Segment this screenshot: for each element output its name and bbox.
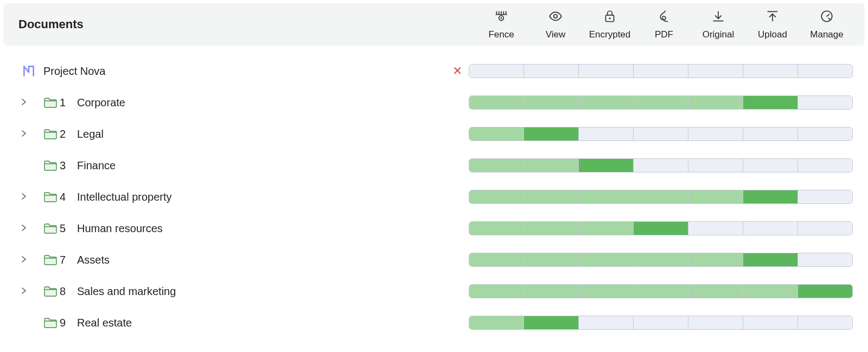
perm-cell[interactable] xyxy=(798,316,852,329)
perm-cell[interactable] xyxy=(524,253,579,266)
perm-cell[interactable] xyxy=(688,253,743,266)
folder-row[interactable]: 5Human resources xyxy=(17,213,853,244)
expander[interactable] xyxy=(17,130,30,138)
perm-cell[interactable] xyxy=(743,159,798,172)
perm-cell[interactable] xyxy=(798,127,852,140)
permissions-grid[interactable] xyxy=(469,127,853,141)
perm-cell[interactable] xyxy=(798,65,852,78)
perm-cell[interactable] xyxy=(798,222,852,235)
perm-cell[interactable] xyxy=(469,127,524,140)
perm-cell[interactable] xyxy=(579,190,634,203)
perm-cell[interactable] xyxy=(524,159,579,172)
perm-cell[interactable] xyxy=(688,316,743,329)
perm-cell[interactable] xyxy=(688,127,743,140)
perm-cell[interactable] xyxy=(579,65,634,78)
permissions-grid-root[interactable] xyxy=(469,64,853,78)
perm-cell[interactable] xyxy=(469,190,524,203)
project-root-row[interactable]: Project Nova ✕ xyxy=(17,55,853,87)
perm-cell[interactable] xyxy=(524,316,579,329)
perm-cell[interactable] xyxy=(743,253,798,266)
permissions-grid[interactable] xyxy=(469,158,853,172)
encrypted-action[interactable]: Encrypted xyxy=(583,9,637,40)
permissions-grid[interactable] xyxy=(469,253,853,267)
folder-row[interactable]: 1Corporate xyxy=(17,87,853,118)
perm-cell[interactable] xyxy=(798,285,852,298)
perm-cell[interactable] xyxy=(524,127,579,140)
folder-row[interactable]: 2Legal xyxy=(17,118,853,150)
perm-cell[interactable] xyxy=(634,190,688,203)
perm-cell[interactable] xyxy=(634,159,688,172)
original-action[interactable]: Original xyxy=(691,9,745,40)
view-action[interactable]: View xyxy=(528,9,583,40)
manage-action[interactable]: Manage xyxy=(800,9,854,40)
perm-cell[interactable] xyxy=(579,285,634,298)
perm-cell[interactable] xyxy=(634,65,688,78)
perm-cell[interactable] xyxy=(688,159,743,172)
perm-cell[interactable] xyxy=(743,96,798,109)
perm-cell[interactable] xyxy=(469,253,524,266)
perm-cell[interactable] xyxy=(579,127,634,140)
chevron-right-icon[interactable] xyxy=(21,255,27,264)
perm-cell[interactable] xyxy=(688,285,743,298)
folder-row[interactable]: 8Sales and marketing xyxy=(17,276,853,307)
perm-cell[interactable] xyxy=(743,190,798,203)
perm-cell[interactable] xyxy=(798,159,852,172)
perm-cell[interactable] xyxy=(688,222,743,235)
perm-cell[interactable] xyxy=(524,222,579,235)
perm-cell[interactable] xyxy=(469,159,524,172)
fence-action[interactable]: Fence xyxy=(474,9,528,40)
permissions-grid[interactable] xyxy=(469,95,853,110)
perm-cell[interactable] xyxy=(688,190,743,203)
perm-cell[interactable] xyxy=(469,96,524,109)
chevron-right-icon[interactable] xyxy=(21,224,27,233)
chevron-right-icon[interactable] xyxy=(21,287,27,296)
perm-cell[interactable] xyxy=(524,285,579,298)
perm-cell[interactable] xyxy=(469,222,524,235)
perm-cell[interactable] xyxy=(634,96,688,109)
expander[interactable] xyxy=(17,98,30,107)
perm-cell[interactable] xyxy=(524,190,579,203)
upload-action[interactable]: Upload xyxy=(745,9,800,40)
permissions-grid[interactable] xyxy=(469,284,853,298)
chevron-right-icon[interactable] xyxy=(21,98,27,107)
perm-cell[interactable] xyxy=(579,316,634,329)
perm-cell[interactable] xyxy=(688,96,743,109)
perm-cell[interactable] xyxy=(634,285,688,298)
perm-cell[interactable] xyxy=(469,65,524,78)
permissions-grid[interactable] xyxy=(469,316,853,330)
perm-cell[interactable] xyxy=(743,285,798,298)
perm-cell[interactable] xyxy=(634,222,688,235)
expander[interactable] xyxy=(17,224,30,233)
folder-row[interactable]: 3Finance xyxy=(17,150,853,181)
pdf-action[interactable]: PDF xyxy=(637,9,691,40)
perm-cell[interactable] xyxy=(634,253,688,266)
perm-cell[interactable] xyxy=(524,65,579,78)
folder-row[interactable]: 7Assets xyxy=(17,244,853,276)
perm-cell[interactable] xyxy=(798,253,852,266)
perm-cell[interactable] xyxy=(743,65,798,78)
perm-cell[interactable] xyxy=(688,65,743,78)
perm-cell[interactable] xyxy=(743,222,798,235)
perm-cell[interactable] xyxy=(579,159,634,172)
perm-cell[interactable] xyxy=(798,96,852,109)
permissions-grid[interactable] xyxy=(469,190,853,204)
folder-row[interactable]: 9Real estate xyxy=(17,307,853,338)
perm-cell[interactable] xyxy=(743,127,798,140)
perm-cell[interactable] xyxy=(524,96,579,109)
perm-cell[interactable] xyxy=(469,285,524,298)
perm-cell[interactable] xyxy=(579,222,634,235)
expander[interactable] xyxy=(17,255,30,264)
folder-row[interactable]: 4Intellectual property xyxy=(17,181,853,213)
chevron-right-icon[interactable] xyxy=(21,193,27,201)
expander[interactable] xyxy=(17,193,30,201)
perm-cell[interactable] xyxy=(469,316,524,329)
expander[interactable] xyxy=(17,287,30,296)
perm-cell[interactable] xyxy=(634,127,688,140)
perm-cell[interactable] xyxy=(743,316,798,329)
perm-cell[interactable] xyxy=(634,316,688,329)
perm-cell[interactable] xyxy=(579,96,634,109)
chevron-right-icon[interactable] xyxy=(21,130,27,138)
perm-cell[interactable] xyxy=(798,190,852,203)
close-icon[interactable]: ✕ xyxy=(449,64,465,78)
perm-cell[interactable] xyxy=(579,253,634,266)
